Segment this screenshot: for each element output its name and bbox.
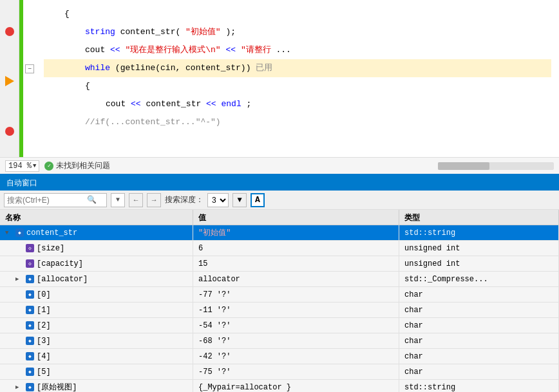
- var-icon: ◆: [26, 306, 34, 314]
- panel-title: 自动窗口: [6, 178, 37, 189]
- var-name: [1]: [37, 306, 51, 315]
- table-row[interactable]: ◆[4]-42 '?'char: [0, 349, 559, 364]
- cell-value: allocator: [193, 272, 399, 286]
- cell-value: 6: [193, 241, 399, 256]
- table-row[interactable]: ◇[size]6unsigned int: [0, 241, 559, 256]
- var-icon: ◆: [26, 290, 34, 299]
- cell-name: ◆[3]: [0, 333, 193, 348]
- cell-value: -75 '?': [193, 364, 399, 379]
- var-name: [size]: [37, 244, 64, 253]
- code-line-6: cout << content_str << endl ;: [44, 95, 551, 113]
- nav-prev-button[interactable]: ←: [129, 193, 143, 207]
- case-sensitive-button[interactable]: A: [251, 193, 265, 207]
- cell-value: -42 '?': [193, 349, 399, 364]
- col-header-value: 值: [193, 210, 399, 226]
- cell-name: ◆[4]: [0, 349, 193, 364]
- code-editor: − { string content_str( "初始值" );: [0, 0, 559, 174]
- collapse-column: −: [23, 0, 36, 157]
- table-row[interactable]: ▼◆content_str"初始值"std::string: [0, 225, 559, 241]
- var-name: [2]: [37, 321, 51, 330]
- cell-type: char: [399, 333, 559, 348]
- code-line-4: while (getline(cin, content_str)) 已用: [44, 59, 551, 77]
- expand-icon[interactable]: ▶: [15, 384, 24, 391]
- filter-button[interactable]: ▼: [232, 193, 247, 207]
- cell-type: char: [399, 303, 559, 317]
- cell-value: -54 '?': [193, 318, 399, 333]
- gutter-line-4: [3, 75, 16, 87]
- cell-type: char: [399, 349, 559, 364]
- var-name: [原始视图]: [37, 382, 77, 392]
- expand-icon[interactable]: ▶: [15, 275, 24, 283]
- status-bar: 194 % ▼ ✓ 未找到相关问题: [0, 157, 559, 174]
- depth-label: 搜索深度：: [165, 194, 204, 205]
- collapse-button[interactable]: −: [25, 64, 34, 73]
- search-confirm-button[interactable]: ▼: [111, 193, 125, 207]
- search-box-wrapper: 🔍: [4, 193, 107, 207]
- arrow-right-icon: [5, 76, 14, 86]
- var-icon: ◆: [26, 368, 34, 376]
- gutter-line-6: [5, 127, 14, 136]
- zoom-dropdown-icon[interactable]: ▼: [33, 163, 36, 169]
- depth-select[interactable]: 3 1 2 4 5: [207, 193, 229, 207]
- table-row[interactable]: ◆[2]-54 '?'char: [0, 318, 559, 333]
- var-icon: ◆: [26, 337, 34, 345]
- cell-type: unsigned int: [399, 241, 559, 256]
- cell-type: std::string: [399, 225, 559, 240]
- var-icon: ◇: [26, 244, 34, 252]
- var-icon: ◆: [26, 352, 34, 360]
- auto-panel: 自动窗口 🔍 ▼ ← → 搜索深度： 3 1 2 4 5 ▼ A 名称 值: [0, 174, 559, 392]
- table-header: 名称 值 类型: [0, 210, 559, 225]
- code-line-2: string content_str( "初始值" );: [44, 23, 551, 41]
- table-row[interactable]: ◆[1]-11 '?'char: [0, 303, 559, 318]
- code-line-5: {: [44, 77, 551, 95]
- cell-name: ◆[2]: [0, 318, 193, 333]
- var-icon: ◇: [26, 259, 34, 268]
- table-row[interactable]: ◇[capacity]15unsigned int: [0, 256, 559, 272]
- zoom-control[interactable]: 194 % ▼: [5, 160, 39, 172]
- var-icon: ◆: [26, 383, 34, 391]
- var-name: [0]: [37, 290, 51, 299]
- var-name: [allocator]: [37, 275, 88, 284]
- horizontal-scrollbar[interactable]: [438, 162, 554, 170]
- search-toolbar: 🔍 ▼ ← → 搜索深度： 3 1 2 4 5 ▼ A: [0, 191, 559, 210]
- cell-value: "初始值": [193, 225, 399, 240]
- status-text: 未找到相关问题: [56, 160, 110, 171]
- status-message: ✓ 未找到相关问题: [44, 160, 110, 171]
- var-name: [4]: [37, 352, 51, 361]
- var-name: content_str: [26, 229, 77, 238]
- cell-type: std::_Compresse...: [399, 272, 559, 286]
- gutter-line-2: [5, 27, 14, 36]
- search-icon[interactable]: 🔍: [87, 195, 97, 205]
- table-row[interactable]: ◆[0]-77 '?'char: [0, 287, 559, 303]
- scrollbar-thumb[interactable]: [438, 162, 489, 170]
- table-row[interactable]: ◆[5]-75 '?'char: [0, 364, 559, 380]
- cell-name: ◇[size]: [0, 241, 193, 256]
- cell-name: ◆[1]: [0, 303, 193, 317]
- cell-name: ◆[0]: [0, 287, 193, 302]
- cell-name: ▶◆[原始视图]: [0, 380, 193, 392]
- table-row[interactable]: ▶◆[allocator]allocatorstd::_Compresse...: [0, 272, 559, 287]
- col-header-type: 类型: [399, 210, 559, 226]
- code-area: − { string content_str( "初始值" );: [0, 0, 559, 157]
- table-row[interactable]: ◆[3]-68 '?'char: [0, 333, 559, 349]
- cell-type: char: [399, 287, 559, 302]
- cell-name: ◆[5]: [0, 364, 193, 379]
- nav-next-button[interactable]: →: [147, 193, 161, 207]
- var-name: [3]: [37, 337, 51, 346]
- cell-type: std::string: [399, 380, 559, 392]
- status-ok-icon: ✓: [44, 162, 53, 171]
- search-input[interactable]: [7, 196, 84, 205]
- table-body: ▼◆content_str"初始值"std::string◇[size]6uns…: [0, 225, 559, 392]
- zoom-value: 194 %: [8, 162, 32, 171]
- col-header-name: 名称: [0, 210, 193, 226]
- breakpoint-2: [5, 127, 14, 136]
- cell-type: char: [399, 364, 559, 379]
- code-line-1: {: [44, 5, 551, 23]
- var-icon: ◆: [26, 321, 34, 330]
- expand-icon[interactable]: ▼: [5, 230, 14, 236]
- current-line-arrow: [3, 75, 16, 87]
- table-row[interactable]: ▶◆[原始视图]{_Mypair=allocator }std::string: [0, 380, 559, 392]
- cell-value: {_Mypair=allocator }: [193, 380, 399, 392]
- var-icon: ◆: [15, 229, 24, 237]
- var-name: [capacity]: [37, 259, 83, 268]
